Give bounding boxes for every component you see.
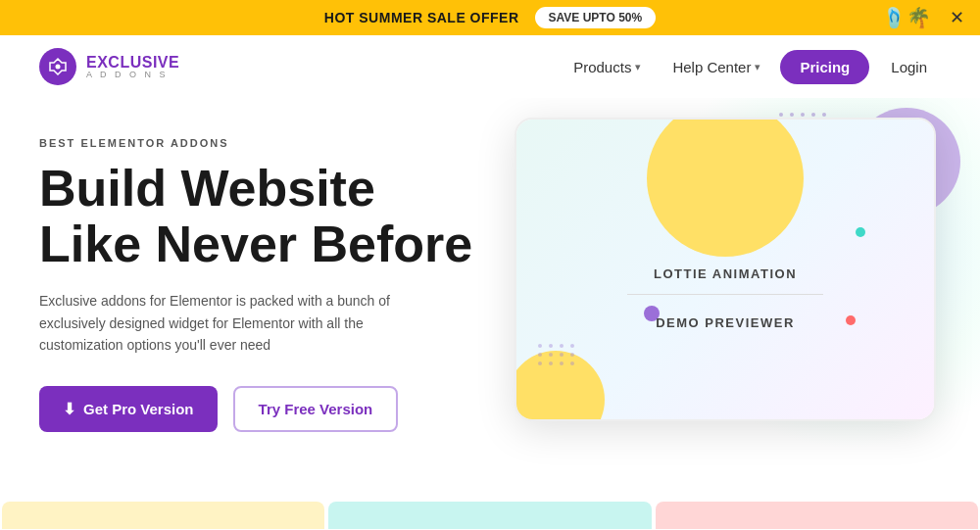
dot <box>822 113 826 117</box>
dot <box>790 113 794 117</box>
free-btn-label: Try Free Version <box>259 401 373 417</box>
banner-close-button[interactable]: ✕ <box>950 9 964 26</box>
card-dot-sm <box>560 344 564 348</box>
bottom-bars <box>0 502 980 529</box>
card-dot-sm <box>549 361 553 365</box>
dot <box>811 113 815 117</box>
pro-btn-label: Get Pro Version <box>83 401 194 417</box>
hero-buttons: ⬇ Get Pro Version Try Free Version <box>39 386 510 432</box>
card-dots-grid <box>538 344 576 365</box>
login-link[interactable]: Login <box>877 51 941 83</box>
hero-title: Build Website Like Never Before <box>39 161 510 272</box>
card-dot-sm <box>538 361 542 365</box>
card-dot-sm <box>549 344 553 348</box>
nav-links: Products ▾ Help Center ▾ Pricing Login <box>562 50 941 84</box>
card-dot-sm <box>570 344 574 348</box>
logo-main-text: EXCLUSIVE <box>86 55 179 71</box>
hero-description: Exclusive addons for Elementor is packed… <box>39 290 412 356</box>
hero-title-line1: Build Website <box>39 160 375 217</box>
hero-subtitle: BEST ELEMENTOR ADDONS <box>39 137 510 149</box>
banner-decoration: 🩴🌴 <box>882 6 931 29</box>
products-chevron-icon: ▾ <box>635 61 641 73</box>
banner-offer-text: HOT SUMMER SALE OFFER <box>324 10 519 25</box>
demo-previewer-label: DEMO PREVIEWER <box>656 315 795 330</box>
logo-text: EXCLUSIVE A D D O N S <box>86 55 179 79</box>
help-chevron-icon: ▾ <box>755 61 760 73</box>
bar-cyan <box>328 502 651 529</box>
logo-icon <box>39 48 76 85</box>
nav-products[interactable]: Products ▾ <box>562 51 653 83</box>
bar-pink <box>656 502 978 529</box>
navbar: EXCLUSIVE A D D O N S Products ▾ Help Ce… <box>0 35 980 98</box>
card-dot-sm <box>538 353 542 357</box>
top-banner: HOT SUMMER SALE OFFER SAVE UPTO 50% 🩴🌴 ✕ <box>0 0 980 35</box>
hero-right-content: LOTTIE ANIMATION DEMO PREVIEWER <box>510 118 941 421</box>
card-dot-sm <box>560 353 564 357</box>
bar-yellow <box>2 502 324 529</box>
hero-left-content: BEST ELEMENTOR ADDONS Build Website Like… <box>39 127 510 432</box>
card-dot-sm <box>549 353 553 357</box>
card-divider <box>627 294 823 295</box>
pricing-button[interactable]: Pricing <box>780 50 869 84</box>
download-icon: ⬇ <box>63 400 75 418</box>
try-free-button[interactable]: Try Free Version <box>233 386 399 432</box>
card-dot-sm <box>570 353 574 357</box>
logo-sub-text: A D D O N S <box>86 71 179 79</box>
card-dot-red <box>846 315 856 325</box>
hero-title-line2: Like Never Before <box>39 216 472 272</box>
preview-card: LOTTIE ANIMATION DEMO PREVIEWER <box>514 118 936 421</box>
products-label: Products <box>573 59 631 75</box>
logo[interactable]: EXCLUSIVE A D D O N S <box>39 48 179 85</box>
card-dot-sm <box>560 361 564 365</box>
card-dot-sm <box>570 361 574 365</box>
help-label: Help Center <box>672 59 751 75</box>
dot <box>801 113 805 117</box>
card-dot-sm <box>538 344 542 348</box>
hero-section: BEST ELEMENTOR ADDONS Build Website Like… <box>0 98 980 529</box>
lottie-animation-label: LOTTIE ANIMATION <box>654 266 797 281</box>
nav-help[interactable]: Help Center ▾ <box>661 51 772 83</box>
svg-point-0 <box>56 65 61 70</box>
get-pro-button[interactable]: ⬇ Get Pro Version <box>39 386 218 432</box>
card-dot-teal <box>856 227 865 237</box>
banner-save-button[interactable]: SAVE UPTO 50% <box>535 7 657 28</box>
dot <box>779 113 783 117</box>
